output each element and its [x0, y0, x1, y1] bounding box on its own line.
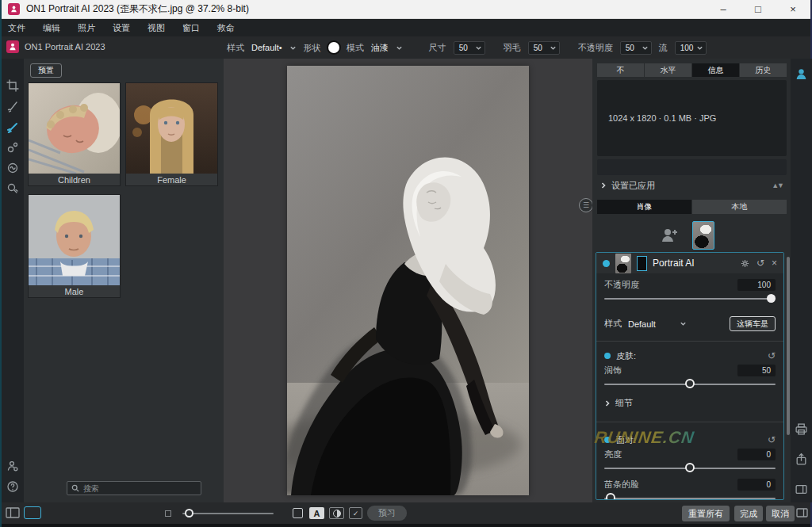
menu-view[interactable]: 视图 [147, 22, 165, 34]
preset-card-female[interactable]: Female [125, 82, 218, 186]
skin-section-dot[interactable] [604, 353, 611, 359]
canvas-area[interactable]: ☰ [224, 59, 592, 502]
portrait-subtabs: 肖像 本地 [597, 200, 787, 214]
zoom-in-icon[interactable] [293, 508, 303, 518]
tab-info[interactable]: 信息 [692, 63, 739, 77]
menu-photo[interactable]: 照片 [78, 22, 95, 34]
delete-layer-icon[interactable]: × [772, 258, 777, 269]
layer-opacity-slider[interactable] [604, 293, 776, 304]
face-section-dot[interactable] [604, 437, 611, 443]
menu-bar: 文件 编辑 照片 设置 视图 窗口 救命 [2, 19, 810, 36]
menu-help[interactable]: 救命 [217, 22, 235, 34]
add-face-icon[interactable] [661, 227, 680, 244]
brush-shape-icon[interactable] [328, 42, 339, 53]
done-button[interactable]: 完成 [734, 506, 763, 521]
help-icon[interactable] [2, 477, 24, 496]
zoom-out-icon[interactable] [165, 510, 171, 517]
menu-settings[interactable]: 设置 [113, 22, 130, 34]
layer-mask-thumbnail[interactable] [637, 256, 647, 271]
search-box[interactable] [67, 481, 201, 495]
preview-button[interactable]: 预习 [367, 506, 407, 521]
close-button[interactable]: × [776, 0, 810, 18]
menu-edit[interactable]: 编辑 [43, 22, 60, 34]
layer-thumbnail[interactable] [615, 254, 631, 273]
options-bar: ON1 Portrait AI 2023 样式 Default• 形状 模式 油… [2, 36, 810, 59]
print-icon[interactable] [791, 418, 812, 439]
presets-button[interactable]: 预置 [30, 63, 62, 78]
panel-toggle-icon[interactable] [791, 479, 812, 499]
settings-applied-row[interactable]: 设置已应用 ▲▼ [600, 178, 783, 193]
preset-card-male[interactable]: Male [28, 194, 121, 298]
flow-select[interactable]: 100 [675, 41, 707, 55]
panel-collapse-handle[interactable]: ☰ [579, 198, 593, 212]
brightness-value[interactable]: 0 [737, 449, 776, 460]
panel-toggle-icon[interactable] [796, 508, 808, 517]
gear-icon[interactable] [741, 259, 749, 268]
layer-enabled-dot[interactable] [603, 260, 610, 267]
clone-circles-icon[interactable] [2, 138, 24, 157]
chevron-down-icon[interactable] [680, 320, 687, 327]
save-style-button[interactable]: 这辆车是 [730, 316, 776, 331]
retouch-slider[interactable] [604, 379, 776, 389]
paint-brush-icon-active[interactable] [2, 117, 24, 136]
title-bar: ON1 Portrait AI 2023 (歪果不求仁.jpg @ 37.2% … [2, 0, 810, 19]
layer-header[interactable]: Portrait AI ↺ × [596, 253, 783, 273]
feather-select[interactable]: 50 [528, 41, 560, 55]
detected-face-thumbnail[interactable] [692, 221, 714, 250]
size-select[interactable]: 50 [454, 41, 485, 55]
sort-updown-icon[interactable]: ▲▼ [772, 181, 783, 189]
menu-file[interactable]: 文件 [8, 22, 25, 34]
export-icon[interactable] [791, 449, 812, 469]
account-settings-icon[interactable] [2, 456, 24, 475]
menu-window[interactable]: 窗口 [182, 22, 200, 34]
detail-expander[interactable]: 细节 [604, 397, 776, 409]
chevron-right-icon [604, 400, 611, 407]
search-input[interactable] [83, 484, 194, 493]
reset-all-button[interactable]: 重置所有 [682, 506, 730, 521]
skin-section-label: 皮肤: [616, 350, 636, 362]
layer-style-value[interactable]: Default [628, 319, 656, 329]
slim-face-value[interactable]: 0 [737, 479, 776, 491]
chevron-down-icon[interactable] [396, 44, 403, 52]
brightness-slider[interactable] [604, 463, 776, 473]
tab-levels[interactable]: 水平 [645, 63, 691, 77]
mask-view-icon[interactable]: ✓ [349, 507, 362, 519]
info-box: 1024 x 1820 · 0.1 MB · JPG [597, 80, 787, 156]
compare-a-button[interactable]: A [309, 507, 324, 519]
crop-tool-icon[interactable] [2, 76, 24, 95]
preview-mode-icon[interactable] [24, 506, 41, 519]
app-logo-icon [6, 40, 19, 53]
maximize-button[interactable]: □ [741, 0, 776, 18]
faces-row [592, 219, 783, 252]
layer-opacity-value[interactable]: 100 [737, 279, 776, 291]
preset-card-children[interactable]: Children [28, 82, 121, 186]
scrollbar[interactable] [787, 257, 790, 435]
mode-value[interactable]: 油漆 [371, 42, 389, 54]
chevron-down-icon[interactable] [289, 44, 297, 52]
size-label: 尺寸 [429, 42, 446, 54]
split-view-icon[interactable] [329, 507, 344, 519]
tab-navigator[interactable]: 不 [597, 63, 644, 77]
skin-reset-icon[interactable]: ↺ [768, 350, 776, 361]
face-ai-icon[interactable] [2, 158, 24, 178]
subtab-portrait[interactable]: 肖像 [597, 200, 691, 214]
minimize-button[interactable]: – [706, 0, 741, 18]
retouch-value[interactable]: 50 [737, 365, 776, 376]
face-reset-icon[interactable]: ↺ [768, 434, 776, 445]
reset-layer-icon[interactable]: ↺ [756, 258, 764, 269]
slim-face-slider[interactable] [604, 493, 776, 500]
opacity-select[interactable]: 50 [620, 41, 652, 55]
retouch-brush-icon[interactable] [2, 97, 24, 116]
browser-panel-icon[interactable] [6, 507, 20, 518]
subtab-local[interactable]: 本地 [692, 200, 787, 214]
zoom-slider-knob[interactable] [185, 509, 193, 517]
app-window: ON1 Portrait AI 2023 (歪果不求仁.jpg @ 37.2% … [0, 0, 812, 527]
right-panel: 不 水平 信息 历史 1024 x 1820 · 0.1 MB · JPG 设置… [592, 59, 791, 502]
portrait-panel-icon[interactable] [791, 63, 812, 84]
zoom-slider-track[interactable] [182, 513, 274, 514]
cancel-button[interactable]: 取消 [766, 506, 795, 521]
tab-history[interactable]: 历史 [740, 63, 787, 77]
style-value[interactable]: Default• [251, 43, 282, 52]
tool-strip [2, 59, 24, 502]
zoom-pan-icon[interactable] [2, 179, 24, 198]
